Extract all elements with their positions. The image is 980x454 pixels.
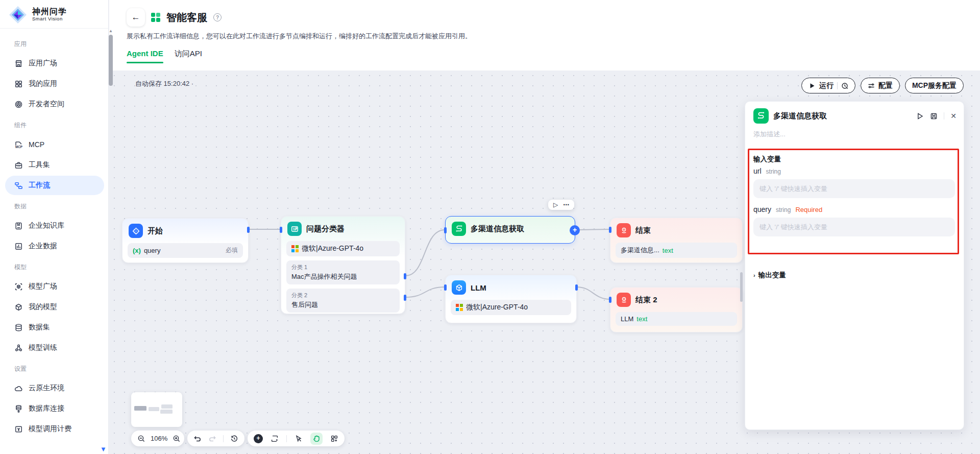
input-port[interactable] xyxy=(444,284,447,291)
sidebar-item-my-models[interactable]: 我的模型 xyxy=(0,297,104,317)
end-pin-icon xyxy=(617,223,631,237)
sidebar-item-label: 开发者空间 xyxy=(29,100,64,109)
tab-api[interactable]: 访问API xyxy=(175,49,202,63)
field-name: query xyxy=(753,205,771,213)
sidebar-item-cloud-native[interactable]: 云原生环境 xyxy=(0,378,104,398)
input-port[interactable] xyxy=(280,227,282,233)
bar-chart-icon xyxy=(14,242,23,251)
node-play-icon[interactable]: ▷ xyxy=(553,201,558,208)
sidebar-item-datasets[interactable]: 数据集 xyxy=(0,318,104,337)
panel-close-icon[interactable]: ✕ xyxy=(950,112,957,120)
end-output-row[interactable]: 多渠道信息... text xyxy=(616,243,737,258)
select-cursor-icon[interactable] xyxy=(295,435,303,443)
model-name: 微软|Azure-GPT-4o xyxy=(302,244,363,253)
sidebar-item-label: 数据集 xyxy=(29,323,50,332)
sidebar-item-model-market[interactable]: 模型广场 xyxy=(0,277,104,296)
node-title: 问题分类器 xyxy=(306,224,345,234)
panel-save-icon[interactable] xyxy=(930,112,938,120)
description-placeholder[interactable]: 添加描述... xyxy=(745,124,964,139)
sidebar-item-developer-space[interactable]: 开发者空间 xyxy=(0,94,104,114)
sidebar-item-billing[interactable]: 模型调用计费 xyxy=(0,419,104,439)
mcp-config-label: MCP服务配置 xyxy=(912,81,957,90)
sliders-icon xyxy=(868,82,875,89)
panel-run-icon[interactable] xyxy=(916,112,924,120)
pan-hand-icon[interactable] xyxy=(310,433,323,445)
output-port-class1[interactable] xyxy=(404,273,406,279)
node-title: 结束 xyxy=(635,226,651,235)
input-port[interactable] xyxy=(444,227,447,233)
auto-layout-icon[interactable] xyxy=(330,435,338,443)
node-hover-toolbar: ▷ ⋯ xyxy=(548,200,574,210)
llm-model-row[interactable]: 微软|Azure-GPT-4o xyxy=(451,300,571,315)
version-history-icon[interactable] xyxy=(230,435,238,443)
help-icon[interactable]: ? xyxy=(213,13,222,21)
logo-diamond-icon xyxy=(8,5,28,25)
output-variables-toggle[interactable]: › 输出变量 xyxy=(753,271,786,280)
sidebar-item-db-connection[interactable]: 数据库连接 xyxy=(0,399,104,418)
sidebar-item-label: 企业知识库 xyxy=(29,221,64,230)
node-start[interactable]: 开始 (x) query 必填 xyxy=(122,218,249,263)
run-button[interactable]: 运行 xyxy=(801,78,855,93)
canvas-scrollbar[interactable] xyxy=(740,272,743,302)
node-title: 开始 xyxy=(148,226,163,236)
output-port[interactable] xyxy=(575,284,578,291)
sidebar-item-label: 应用广场 xyxy=(29,59,57,68)
scrollbar-up-arrow[interactable]: ▲ xyxy=(109,29,113,33)
scrollbar-thumb[interactable] xyxy=(109,35,113,86)
config-button[interactable]: 配置 xyxy=(861,78,900,93)
classifier-model-row[interactable]: 微软|Azure-GPT-4o xyxy=(286,241,400,256)
sidebar-item-workflow[interactable]: 工作流 xyxy=(5,176,104,195)
sidebar-scroll-down-icon[interactable]: ▼ xyxy=(100,445,107,453)
query-input[interactable] xyxy=(753,218,955,236)
start-variable-row[interactable]: (x) query 必填 xyxy=(128,243,243,258)
node-multichannel[interactable]: 多渠道信息获取 + xyxy=(445,216,575,244)
classifier-class2-row[interactable]: 分类 2 售后问题 xyxy=(286,289,400,313)
minimap[interactable] xyxy=(131,392,182,427)
output-port-class2[interactable] xyxy=(404,295,406,301)
add-node-icon[interactable]: + xyxy=(254,434,263,443)
sidebar-item-mcp[interactable]: MCP MCP xyxy=(0,135,104,154)
notebook-icon xyxy=(14,222,23,230)
input-port[interactable] xyxy=(609,297,611,303)
sidebar-item-label: 数据库连接 xyxy=(29,404,64,413)
node-end[interactable]: 结束 多渠道信息... text xyxy=(610,218,743,263)
cube-icon xyxy=(14,303,23,312)
output-port[interactable] xyxy=(247,227,250,233)
storefront-icon xyxy=(14,59,23,68)
frame-capture-icon[interactable] xyxy=(271,435,279,443)
field-query-label: query string Required xyxy=(753,205,822,213)
sidebar-item-toolkit[interactable]: 工具集 xyxy=(0,155,104,175)
undo-icon[interactable] xyxy=(193,435,202,443)
redo-icon[interactable] xyxy=(208,435,216,443)
workflow-canvas[interactable]: 自动保存 15:20:42 · 运行 配置 MCP服务配置 ▷ ⋯ 开始 (x) xyxy=(109,70,980,454)
tab-agent-ide[interactable]: Agent IDE xyxy=(127,49,163,63)
sidebar-item-app-market[interactable]: 应用广场 xyxy=(0,54,104,73)
node-classifier[interactable]: 问题分类器 微软|Azure-GPT-4o 分类 1 Mac产品操作相关问题 分… xyxy=(281,216,405,314)
mcp-config-button[interactable]: MCP服务配置 xyxy=(905,78,964,93)
sidebar-item-knowledge-base[interactable]: 企业知识库 xyxy=(0,216,104,235)
end-output-row[interactable]: LLM text xyxy=(616,312,737,326)
mcp-icon: MCP xyxy=(14,140,23,149)
zoom-in-icon[interactable] xyxy=(173,435,181,443)
input-port[interactable] xyxy=(609,227,611,233)
node-end2[interactable]: 结束 2 LLM text xyxy=(610,287,743,332)
node-llm[interactable]: LLM 微软|Azure-GPT-4o xyxy=(445,275,577,323)
tab-bar: Agent IDE 访问API xyxy=(109,41,980,63)
end-pin-icon xyxy=(617,293,631,307)
sidebar-item-my-apps[interactable]: 我的应用 xyxy=(0,74,104,93)
back-button[interactable]: ← xyxy=(127,8,145,27)
schedule-icon[interactable] xyxy=(841,82,848,89)
sidebar-item-label: 模型调用计费 xyxy=(29,424,71,434)
sidebar-item-model-training[interactable]: 模型训练 xyxy=(0,338,104,357)
sidebar-item-enterprise-data[interactable]: 企业数据 xyxy=(0,236,104,256)
page-description: 展示私有工作流详细信息，您可以在此对工作流进行多节点编排和运行，编排好的工作流配… xyxy=(109,27,980,41)
url-input[interactable] xyxy=(753,179,955,198)
sidebar-scrollbar[interactable]: ▲ xyxy=(108,29,113,454)
start-target-icon xyxy=(129,224,143,238)
zoom-out-icon[interactable] xyxy=(137,435,145,443)
add-next-node-button[interactable]: + xyxy=(570,225,580,235)
route-icon xyxy=(452,222,466,236)
classifier-class1-row[interactable]: 分类 1 Mac产品操作相关问题 xyxy=(286,260,400,284)
sidebar: 神州问学 Smart Vision 应用 应用广场 我的应用 开发者空间 组件 … xyxy=(0,0,109,454)
node-more-icon[interactable]: ⋯ xyxy=(563,201,569,208)
